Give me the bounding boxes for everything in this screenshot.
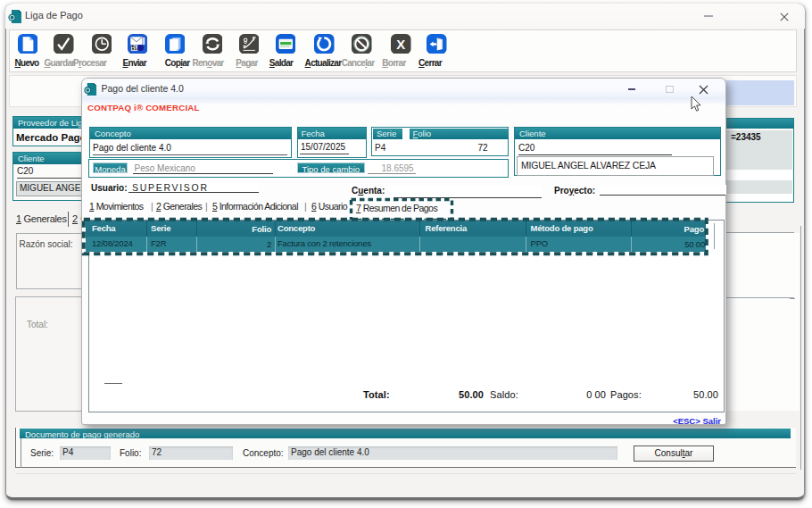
svg-text:X: X — [396, 37, 405, 51]
